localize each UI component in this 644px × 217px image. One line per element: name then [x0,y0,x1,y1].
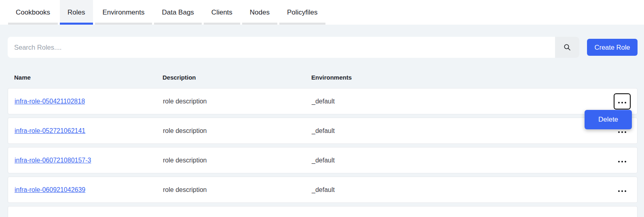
tab-policyfiles[interactable]: Policyfiles [279,0,325,25]
tab-environments[interactable]: Environments [95,0,152,25]
row-menu-popup: Delete [585,110,632,129]
tab-label: Data Bags [162,8,194,17]
row-actions-button[interactable] [614,93,631,110]
table-row [8,206,638,217]
role-description: role description [163,127,312,135]
tab-label: Cookbooks [16,8,50,17]
table-row: infra-role-050421102818 role description… [8,88,638,114]
tab-cookbooks[interactable]: Cookbooks [8,0,58,25]
ellipsis-icon [618,131,626,133]
table-header: Name Description Environments [8,74,638,81]
delete-button[interactable]: Delete [585,110,632,129]
table-row: infra-role-052721062141 role description… [8,118,638,144]
role-environments: _default [312,98,614,105]
role-environments: _default [312,127,614,135]
tab-label: Policyfiles [287,8,318,17]
role-environments: _default [312,157,614,164]
search-box [8,37,579,58]
search-row: Create Role [8,37,638,58]
tab-data-bags[interactable]: Data Bags [154,0,201,25]
column-header-description: Description [163,74,311,81]
role-environments: _default [312,186,614,194]
tab-bar: Cookbooks Roles Environments Data Bags C… [0,0,644,25]
tab-clients[interactable]: Clients [204,0,240,25]
tab-roles[interactable]: Roles [60,0,93,25]
tab-nodes[interactable]: Nodes [242,0,277,25]
column-header-name: Name [14,74,163,81]
role-name-link[interactable]: infra-role-060721080157-3 [15,157,91,164]
roles-table: infra-role-050421102818 role description… [8,88,638,217]
role-description: role description [163,157,312,164]
ellipsis-icon [618,190,626,192]
table-row: infra-role-060921042639 role description… [8,177,638,203]
role-name-link[interactable]: infra-role-050421102818 [15,98,85,105]
roles-page: Create Role Name Description Environment… [0,25,644,217]
tab-label: Nodes [250,8,270,17]
column-header-environments: Environments [311,74,638,81]
create-role-button[interactable]: Create Role [587,39,638,56]
ellipsis-icon [618,102,626,103]
search-input[interactable] [8,37,555,58]
search-icon [563,43,571,51]
role-name-link[interactable]: infra-role-060921042639 [15,186,85,193]
tab-label: Roles [68,8,85,17]
role-name-link[interactable]: infra-role-052721062141 [15,127,85,134]
ellipsis-icon [618,161,626,162]
tab-label: Clients [211,8,232,17]
tab-label: Environments [103,8,145,17]
search-button[interactable] [555,37,579,58]
role-description: role description [163,186,312,194]
row-actions-button[interactable] [614,182,631,198]
role-description: role description [163,98,312,105]
table-row: infra-role-060721080157-3 role descripti… [8,147,638,173]
row-actions-button[interactable] [614,152,631,169]
